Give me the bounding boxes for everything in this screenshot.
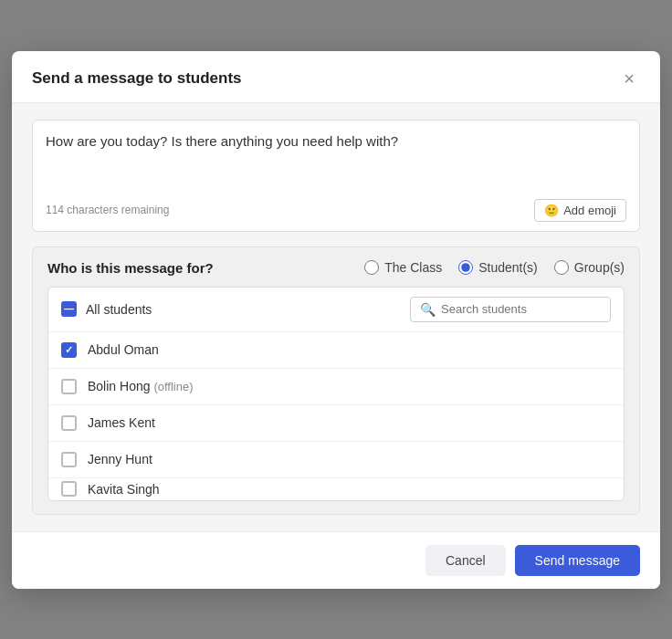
modal-header: Send a message to students ×: [12, 51, 660, 103]
emoji-icon: 🙂: [544, 204, 559, 217]
radio-group: The Class Student(s) Group(s): [364, 260, 625, 275]
add-emoji-button[interactable]: 🙂 Add emoji: [534, 199, 626, 222]
student-name-2: James Kent: [88, 415, 155, 430]
radio-input-students[interactable]: [458, 260, 473, 275]
student-name-3: Jenny Hunt: [88, 452, 152, 466]
chars-remaining: 114 characters remaining: [46, 204, 169, 216]
all-students-label: All students: [86, 302, 152, 317]
modal-title: Send a message to students: [32, 69, 242, 88]
radio-students[interactable]: Student(s): [458, 260, 538, 275]
student-checkbox-1[interactable]: [61, 379, 77, 394]
audience-section: Who is this message for? The Class Stude…: [32, 246, 640, 515]
radio-label-students: Student(s): [478, 260, 538, 275]
audience-header: Who is this message for? The Class Stude…: [47, 260, 625, 276]
modal-footer: Cancel Send message: [12, 531, 660, 589]
all-students-row[interactable]: All students: [61, 301, 152, 317]
student-name-1: Bolin Hong (offline): [88, 379, 194, 393]
message-textarea[interactable]: How are you today? Is there anything you…: [46, 133, 626, 188]
message-box-container: How are you today? Is there anything you…: [32, 120, 640, 232]
modal-body: How are you today? Is there anything you…: [12, 103, 660, 531]
close-button[interactable]: ×: [618, 68, 640, 89]
radio-label-the-class: The Class: [384, 260, 442, 275]
search-input[interactable]: [441, 302, 601, 316]
radio-the-class[interactable]: The Class: [364, 260, 442, 275]
all-students-checkbox[interactable]: [61, 301, 77, 317]
radio-groups[interactable]: Group(s): [554, 260, 625, 275]
student-row[interactable]: Bolin Hong (offline): [48, 369, 624, 405]
search-box[interactable]: 🔍: [410, 297, 611, 322]
student-row[interactable]: Jenny Hunt: [48, 442, 624, 478]
student-checkbox-3[interactable]: [61, 452, 77, 467]
modal-dialog: Send a message to students × How are you…: [12, 51, 660, 589]
cancel-button[interactable]: Cancel: [425, 545, 506, 576]
student-checkbox-2[interactable]: [61, 415, 77, 431]
search-icon: 🔍: [420, 302, 436, 317]
student-name-4: Kavita Singh: [88, 482, 160, 497]
radio-input-groups[interactable]: [554, 260, 569, 275]
students-list-header: All students 🔍: [48, 288, 624, 332]
radio-label-groups: Group(s): [574, 260, 625, 275]
student-row[interactable]: Kavita Singh: [48, 478, 624, 500]
student-name-0: Abdul Oman: [88, 342, 159, 357]
student-checkbox-4[interactable]: [61, 481, 77, 497]
send-message-button[interactable]: Send message: [515, 545, 640, 576]
modal-overlay: Send a message to students × How are you…: [0, 0, 672, 639]
student-row[interactable]: James Kent: [48, 405, 624, 442]
add-emoji-label: Add emoji: [563, 204, 616, 217]
students-list-container: All students 🔍 Abdul Oman: [47, 287, 625, 501]
radio-input-the-class[interactable]: [364, 260, 379, 275]
student-row[interactable]: Abdul Oman: [48, 332, 624, 369]
message-footer: 114 characters remaining 🙂 Add emoji: [46, 199, 626, 222]
student-checkbox-0[interactable]: [61, 342, 77, 358]
audience-question: Who is this message for?: [47, 260, 214, 276]
students-list: Abdul Oman Bolin Hong (offline) James Ke…: [48, 332, 624, 500]
